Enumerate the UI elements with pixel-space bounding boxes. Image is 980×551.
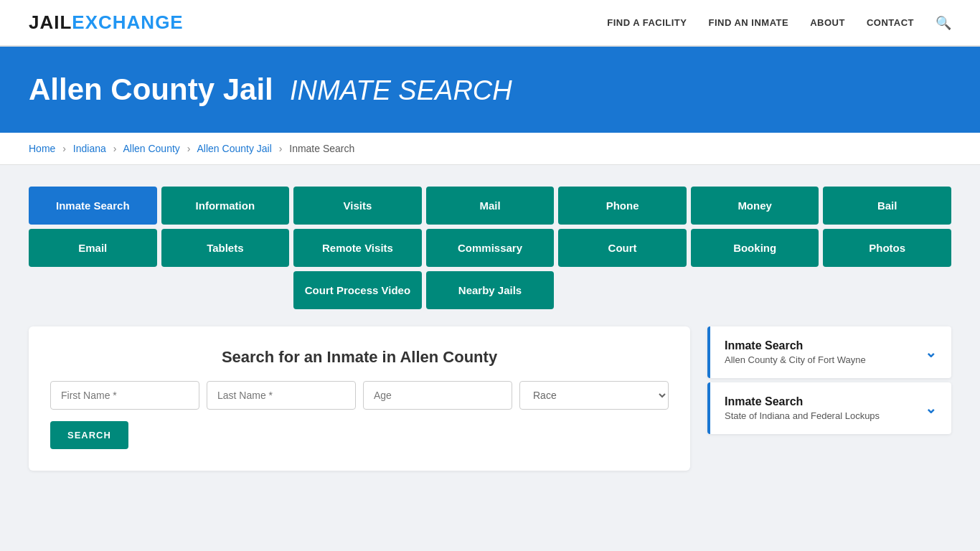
btn-information[interactable]: Information	[161, 187, 290, 225]
btn-phone[interactable]: Phone	[558, 187, 687, 225]
btn-money[interactable]: Money	[691, 187, 819, 225]
race-select[interactable]: Race White Black Hispanic Asian Other	[519, 381, 669, 410]
nav-find-facility[interactable]: FIND A FACILITY	[607, 17, 687, 28]
btn-booking[interactable]: Booking	[691, 229, 819, 267]
logo-jail: JAIL	[29, 11, 72, 33]
sidebar-card-state-indiana[interactable]: Inmate Search State of Indiana and Feder…	[707, 382, 951, 434]
breadcrumb: Home › Indiana › Allen County › Allen Co…	[0, 133, 980, 165]
sidebar-card-allen-county[interactable]: Inmate Search Allen County & City of For…	[707, 326, 951, 378]
breadcrumb-indiana[interactable]: Indiana	[73, 143, 106, 154]
btn-remote-visits[interactable]: Remote Visits	[293, 229, 422, 267]
btn-inmate-search[interactable]: Inmate Search	[29, 187, 157, 225]
content-row: Search for an Inmate in Allen County Rac…	[29, 326, 951, 471]
breadcrumb-sep-1: ›	[62, 143, 66, 154]
btn-nearby-jails[interactable]: Nearby Jails	[426, 271, 555, 309]
btn-email[interactable]: Email	[29, 229, 157, 267]
chevron-down-icon: ⌄	[925, 344, 937, 361]
last-name-input[interactable]	[207, 381, 356, 410]
sidebar-card-allen-county-subtitle: Allen County & City of Fort Wayne	[725, 354, 866, 365]
breadcrumb-sep-3: ›	[187, 143, 191, 154]
breadcrumb-allen-county-jail[interactable]: Allen County Jail	[197, 143, 272, 154]
sidebar-card-state-indiana-title: Inmate Search	[725, 395, 880, 408]
btn-commissary[interactable]: Commissary	[426, 229, 555, 267]
page-title: Allen County Jail INMATE SEARCH	[29, 72, 951, 107]
btn-bail[interactable]: Bail	[823, 187, 951, 225]
nav-find-inmate[interactable]: FIND AN INMATE	[708, 17, 788, 28]
search-panel: Search for an Inmate in Allen County Rac…	[29, 326, 690, 471]
search-button[interactable]: SEARCH	[50, 421, 128, 449]
sidebar-card-state-indiana-subtitle: State of Indiana and Federal Lockups	[725, 410, 880, 421]
breadcrumb-sep-4: ›	[279, 143, 283, 154]
sidebar-card-state-indiana-text: Inmate Search State of Indiana and Feder…	[725, 395, 880, 421]
breadcrumb-home[interactable]: Home	[29, 143, 55, 154]
main-content: Inmate Search Information Visits Mail Ph…	[0, 165, 980, 492]
main-nav: FIND A FACILITY FIND AN INMATE ABOUT CON…	[607, 15, 951, 31]
btn-tablets[interactable]: Tablets	[161, 229, 290, 267]
nav-button-row-3: Court Process Video Nearby Jails	[29, 271, 951, 309]
nav-button-row-1: Inmate Search Information Visits Mail Ph…	[29, 187, 951, 225]
btn-mail[interactable]: Mail	[426, 187, 555, 225]
btn-visits[interactable]: Visits	[293, 187, 422, 225]
hero-banner: Allen County Jail INMATE SEARCH	[0, 47, 980, 133]
search-fields: Race White Black Hispanic Asian Other	[50, 381, 669, 410]
logo[interactable]: JAILEXCHANGE	[29, 11, 184, 34]
sidebar-card-allen-county-title: Inmate Search	[725, 339, 866, 352]
logo-exchange: EXCHANGE	[72, 11, 183, 33]
page-title-bold: Allen County Jail	[29, 72, 273, 106]
chevron-down-icon-2: ⌄	[925, 400, 937, 417]
nav-about[interactable]: ABOUT	[810, 17, 845, 28]
first-name-input[interactable]	[50, 381, 199, 410]
nav-button-row-2: Email Tablets Remote Visits Commissary C…	[29, 229, 951, 267]
search-panel-title: Search for an Inmate in Allen County	[50, 348, 669, 367]
sidebar-card-allen-county-text: Inmate Search Allen County & City of For…	[725, 339, 866, 365]
header: JAILEXCHANGE FIND A FACILITY FIND AN INM…	[0, 0, 980, 47]
sidebar: Inmate Search Allen County & City of For…	[707, 326, 951, 435]
page-title-italic: INMATE SEARCH	[290, 75, 512, 105]
btn-court-process-video[interactable]: Court Process Video	[293, 271, 422, 309]
search-icon[interactable]: 🔍	[936, 15, 951, 31]
btn-court[interactable]: Court	[558, 229, 687, 267]
breadcrumb-sep-2: ›	[113, 143, 117, 154]
breadcrumb-allen-county[interactable]: Allen County	[123, 143, 179, 154]
nav-contact[interactable]: CONTACT	[867, 17, 914, 28]
breadcrumb-inmate-search: Inmate Search	[289, 143, 354, 154]
age-input[interactable]	[363, 381, 512, 410]
btn-photos[interactable]: Photos	[823, 229, 951, 267]
